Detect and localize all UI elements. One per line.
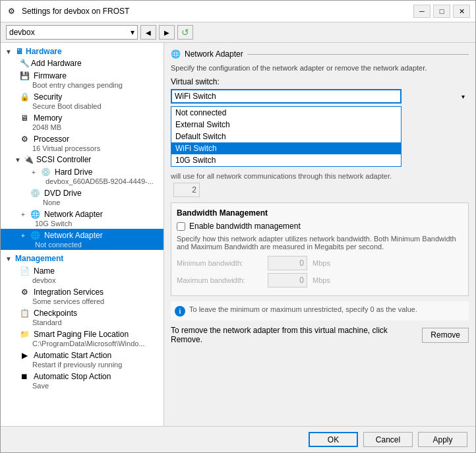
- name-sub: devbox: [19, 276, 160, 284]
- dvd-label: DVD Drive: [44, 189, 82, 198]
- dropdown-arrow-icon: ▾: [131, 28, 134, 37]
- ok-button[interactable]: OK: [309, 432, 358, 447]
- sidebar-item-hard-drive[interactable]: + 💿 Hard Drive devbox_660AD65B-9204-4449…: [1, 166, 164, 187]
- remove-button[interactable]: Remove: [422, 328, 469, 343]
- forward-button[interactable]: ▶: [159, 25, 175, 40]
- max-bw-input[interactable]: [268, 273, 307, 287]
- remove-row: To remove the network adapter from this …: [171, 326, 469, 344]
- window-title: Settings for devbox on FROST: [22, 7, 409, 16]
- enable-bw-row: Enable bandwidth management: [177, 222, 463, 231]
- description-text: Specify the configuration of the network…: [171, 64, 469, 72]
- main-panel: 🌐 Network Adapter Specify the configurat…: [164, 43, 475, 426]
- window-controls: ─ □ ✕: [413, 5, 470, 18]
- na2-expand-icon: +: [19, 232, 27, 239]
- cancel-button[interactable]: Cancel: [363, 432, 413, 447]
- virtual-switch-select[interactable]: WiFi Switch: [171, 89, 402, 104]
- mgmt-label: Management: [15, 254, 63, 263]
- checkpoints-sub: Standard: [19, 318, 160, 326]
- sidebar-item-security[interactable]: 🔒 Security Secure Boot disabled: [1, 90, 164, 111]
- machine-name: devbox: [9, 28, 35, 37]
- auto-stop-sub: Save: [19, 382, 160, 390]
- min-bw-input[interactable]: [268, 256, 307, 270]
- auto-stop-label: Automatic Stop Action: [34, 372, 111, 381]
- option-default-switch[interactable]: Default Switch: [171, 131, 401, 142]
- hardware-expand-icon: ▼: [5, 48, 13, 55]
- toolbar: devbox ▾ ◀ ▶ ↺: [1, 22, 475, 43]
- memory-sub: 2048 MB: [19, 123, 160, 131]
- vlan-number-input[interactable]: [173, 183, 200, 197]
- sidebar-item-name[interactable]: 📄 Name devbox: [1, 264, 164, 286]
- sidebar-item-network-adapter-2[interactable]: + 🌐 Network Adapter Not connected: [1, 229, 164, 250]
- hardware-label: Hardware: [26, 47, 62, 56]
- sidebar-item-processor[interactable]: ⚙ Processor 16 Virtual processors: [1, 133, 164, 154]
- sidebar-item-scsi[interactable]: ▼ 🔌 SCSI Controller: [1, 154, 164, 166]
- vlan-row: will use for all network communications …: [171, 172, 469, 180]
- content-area: ▼ 🖥 Hardware 🔧 Add Hardware 💾 Firmware B…: [1, 43, 475, 426]
- smart-paging-sub: C:\ProgramData\Microsoft\Windo...: [19, 340, 160, 347]
- auto-start-sub: Restart if previously running: [19, 361, 160, 369]
- min-bw-unit: Mbps: [312, 259, 330, 267]
- remove-description: To remove the network adapter from this …: [171, 326, 417, 344]
- sidebar-item-auto-start[interactable]: ▶ Automatic Start Action Restart if prev…: [1, 349, 164, 370]
- sidebar-item-checkpoints[interactable]: 📋 Checkpoints Standard: [1, 307, 164, 328]
- option-external-switch[interactable]: External Switch: [171, 119, 401, 131]
- smart-paging-icon: 📁: [19, 329, 30, 340]
- machine-dropdown[interactable]: devbox ▾: [6, 25, 138, 40]
- info-box: i To leave the minimum or maximum unrest…: [171, 301, 469, 320]
- sidebar-item-auto-stop[interactable]: ⏹ Automatic Stop Action Save: [1, 370, 164, 391]
- na2-icon: 🌐: [30, 230, 40, 241]
- title-bar: ⚙ Settings for devbox on FROST ─ □ ✕: [1, 1, 475, 22]
- close-button[interactable]: ✕: [453, 5, 470, 18]
- sidebar-section-management[interactable]: ▼ Management: [1, 253, 164, 264]
- name-icon: 📄: [19, 266, 30, 276]
- back-button[interactable]: ◀: [140, 25, 156, 40]
- sidebar-item-network-adapter-1[interactable]: + 🌐 Network Adapter 10G Switch: [1, 208, 164, 229]
- info-box-text: To leave the minimum or maximum unrestri…: [189, 305, 417, 313]
- window-icon: ⚙: [6, 6, 16, 16]
- processor-icon: ⚙: [19, 134, 30, 144]
- na2-sub: Not connected: [19, 241, 160, 249]
- sidebar-item-dvd[interactable]: 💿 DVD Drive None: [1, 187, 164, 208]
- security-icon: 🔒: [19, 92, 30, 102]
- sidebar-item-add-hardware[interactable]: 🔧 Add Hardware: [1, 57, 164, 69]
- checkpoints-label: Checkpoints: [34, 309, 77, 318]
- refresh-button[interactable]: ↺: [177, 25, 193, 40]
- auto-stop-icon: ⏹: [19, 371, 30, 382]
- maximize-button[interactable]: □: [433, 5, 450, 18]
- minimize-button[interactable]: ─: [413, 5, 431, 18]
- option-not-connected[interactable]: Not connected: [171, 107, 401, 119]
- processor-sub: 16 Virtual processors: [19, 144, 160, 152]
- processor-label: Processor: [34, 135, 69, 144]
- sidebar-section-hardware[interactable]: ▼ 🖥 Hardware: [1, 45, 164, 57]
- vlan-info-text: will use for all network communications …: [171, 172, 392, 180]
- hd-expand-icon: +: [30, 169, 38, 176]
- memory-icon: 🖥: [19, 113, 30, 123]
- sidebar-item-memory[interactable]: 🖥 Memory 2048 MB: [1, 111, 164, 133]
- checkpoints-icon: 📋: [19, 308, 30, 318]
- max-bw-unit: Mbps: [312, 276, 330, 284]
- scsi-icon: 🔌: [23, 154, 34, 165]
- enable-bw-checkbox[interactable]: [177, 222, 185, 231]
- na1-sub: 10G Switch: [19, 220, 160, 227]
- settings-window: ⚙ Settings for devbox on FROST ─ □ ✕ dev…: [0, 0, 476, 453]
- na1-label: Network Adapter: [44, 210, 103, 219]
- sidebar-item-firmware[interactable]: 💾 Firmware Boot entry changes pending: [1, 69, 164, 90]
- add-hardware-icon: 🔧: [19, 58, 30, 69]
- dropdown-chevron-icon: ▾: [461, 93, 465, 100]
- option-wifi-switch[interactable]: WiFi Switch: [171, 142, 401, 154]
- sidebar-item-integration[interactable]: ⚙ Integration Services Some services off…: [1, 286, 164, 307]
- apply-button[interactable]: Apply: [418, 432, 467, 447]
- option-10g-switch[interactable]: 10G Switch: [171, 154, 401, 166]
- section-title-text: Network Adapter: [185, 49, 243, 59]
- hd-sub: devbox_660AD65B-9204-4449-...: [30, 177, 160, 185]
- memory-label: Memory: [34, 113, 62, 123]
- smart-paging-label: Smart Paging File Location: [34, 330, 129, 339]
- security-sub: Secure Boot disabled: [19, 102, 160, 110]
- section-divider: [247, 54, 469, 55]
- na2-label: Network Adapter: [44, 231, 103, 240]
- sidebar-item-smart-paging[interactable]: 📁 Smart Paging File Location C:\ProgramD…: [1, 328, 164, 349]
- mgmt-expand-icon: ▼: [5, 255, 13, 262]
- vlan-number-row: [171, 183, 469, 197]
- hardware-icon: 🖥: [15, 47, 23, 56]
- dvd-sub: None: [30, 198, 160, 206]
